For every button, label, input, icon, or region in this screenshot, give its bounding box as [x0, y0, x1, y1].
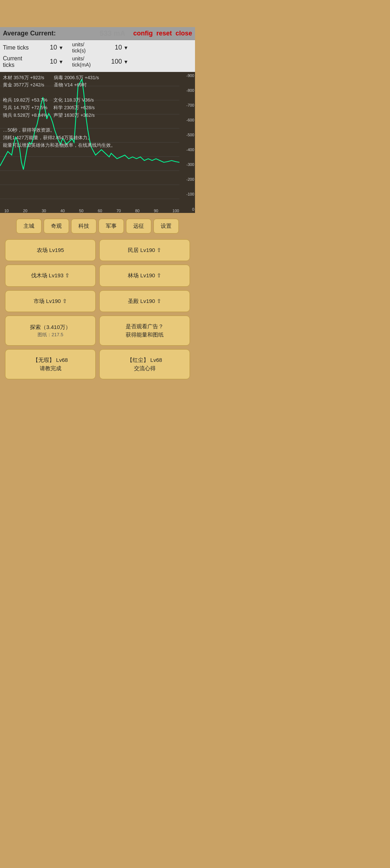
- time-ticks-label: Time ticks: [3, 44, 43, 51]
- building-btn-2[interactable]: 伐木场 Lv193 ⇧: [5, 265, 96, 287]
- units-tick-s-select[interactable]: 10 ▼: [108, 44, 129, 51]
- config-panel: Average Current: 533 mA config reset clo…: [0, 27, 195, 72]
- top-bar: [0, 0, 195, 27]
- config-header: Average Current: 533 mA config reset clo…: [0, 27, 195, 40]
- building-grid: 农场 Lv195民居 Lv190 ⇧伐木场 Lv193 ⇧林场 Lv190 ⇧市…: [0, 236, 195, 382]
- x-70: 70: [116, 209, 121, 213]
- config-row-1: Time ticks 10 ▼ units/tick(s) 10 ▼: [3, 42, 192, 54]
- building-btn-1[interactable]: 民居 Lv190 ⇧: [99, 239, 190, 261]
- y-200: -200: [181, 177, 194, 181]
- nav-btn-设置[interactable]: 设置: [153, 219, 179, 234]
- time-ticks-arrow: ▼: [58, 45, 64, 51]
- units-per-tick-s-label: units/tick(s): [72, 42, 105, 54]
- config-row-2: Currentticks 10 ▼ units/tick(mA) 100 ▼: [3, 55, 192, 68]
- x-60: 60: [98, 209, 102, 213]
- x-10: 10: [4, 209, 9, 213]
- y-400: -400: [181, 147, 194, 152]
- nav-btn-军事[interactable]: 军事: [99, 219, 124, 234]
- current-ticks-select[interactable]: 10 ▼: [43, 58, 64, 65]
- building-btn-7[interactable]: 是否观看广告？获得能量和图纸: [99, 316, 190, 346]
- building-btn-0[interactable]: 农场 Lv195: [5, 239, 96, 261]
- building-btn-8[interactable]: 【无瑕】 Lv68请教完成: [5, 349, 96, 379]
- bottom-spacer: [0, 382, 195, 411]
- avg-value: 533 mA: [100, 29, 125, 38]
- time-ticks-select[interactable]: 10 ▼: [43, 44, 64, 51]
- units-tick-ma-value: 100: [108, 58, 122, 65]
- building-btn-5[interactable]: 圣殿 Lv190 ⇧: [99, 290, 190, 312]
- reset-button[interactable]: reset: [156, 30, 172, 37]
- x-100: 100: [173, 209, 179, 213]
- x-50: 50: [79, 209, 83, 213]
- x-30: 30: [42, 209, 46, 213]
- units-tick-ma-arrow: ▼: [124, 59, 129, 65]
- building-btn-9[interactable]: 【红尘】 Lv68交流心得: [99, 349, 190, 379]
- nav-buttons: 主城奇观科技军事远征设置: [0, 213, 195, 236]
- chart-svg: [0, 72, 195, 213]
- y-900: -900: [181, 73, 194, 78]
- current-ticks-label: Currentticks: [3, 55, 43, 68]
- close-button[interactable]: close: [176, 30, 192, 37]
- y-0: 0: [181, 207, 194, 211]
- config-rows: Time ticks 10 ▼ units/tick(s) 10 ▼ Curre…: [0, 40, 195, 72]
- x-80: 80: [135, 209, 139, 213]
- config-button[interactable]: config: [133, 30, 153, 37]
- avg-label: Average Current:: [3, 30, 100, 37]
- nav-btn-主城[interactable]: 主城: [16, 219, 42, 234]
- building-btn-6[interactable]: 探索（3.410万）图纸：217.5: [5, 316, 96, 346]
- chart-area: 木材 3576万 +922/s 病毒 2006.5万 +431/s 黄金 357…: [0, 72, 195, 213]
- units-tick-ma-select[interactable]: 100 ▼: [108, 58, 129, 65]
- nav-btn-奇观[interactable]: 奇观: [44, 219, 69, 234]
- current-ticks-arrow: ▼: [58, 59, 64, 65]
- x-90: 90: [154, 209, 158, 213]
- units-tick-s-value: 10: [108, 44, 122, 51]
- x-20: 20: [23, 209, 27, 213]
- building-sub-6: 图纸：217.5: [9, 331, 92, 338]
- y-axis: -900 -800 -700 -600 -500 -400 -300 -200 …: [181, 72, 195, 213]
- y-100: -100: [181, 192, 194, 196]
- y-300: -300: [181, 162, 194, 167]
- building-btn-3[interactable]: 林场 Lv190 ⇧: [99, 265, 190, 287]
- building-btn-4[interactable]: 市场 Lv190 ⇧: [5, 290, 96, 312]
- x-axis: 10 20 30 40 50 60 70 80 90 100: [3, 209, 181, 213]
- y-800: -800: [181, 88, 194, 93]
- x-40: 40: [60, 209, 65, 213]
- y-700: -700: [181, 103, 194, 107]
- units-per-tick-ma-label: units/tick(mA): [72, 56, 105, 68]
- nav-btn-远征[interactable]: 远征: [126, 219, 151, 234]
- current-ticks-value: 10: [43, 58, 57, 65]
- y-600: -600: [181, 118, 194, 122]
- time-ticks-value: 10: [43, 44, 57, 51]
- nav-btn-科技[interactable]: 科技: [71, 219, 96, 234]
- y-500: -500: [181, 133, 194, 137]
- units-tick-s-arrow: ▼: [124, 45, 129, 51]
